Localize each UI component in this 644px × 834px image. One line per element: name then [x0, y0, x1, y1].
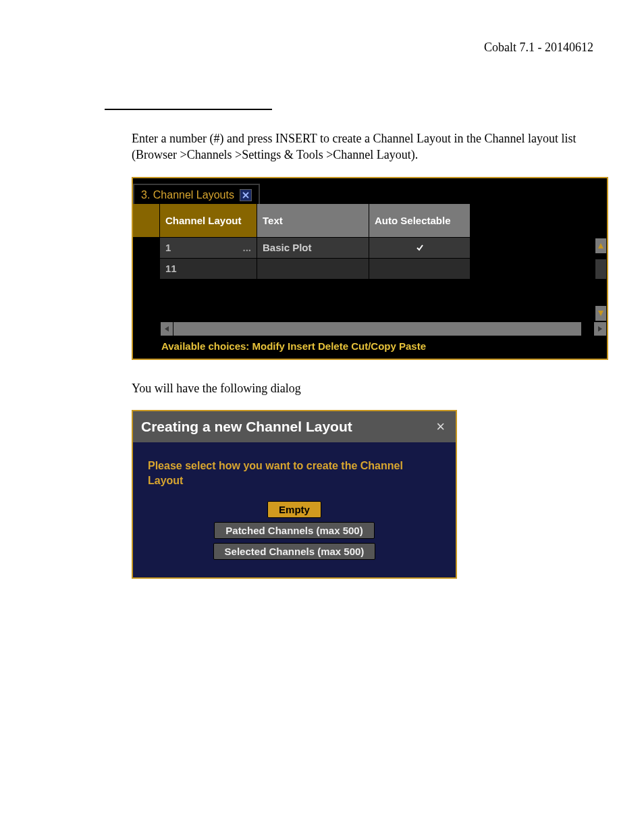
option-selected-channels-button[interactable]: Selected Channels (max 500)	[213, 543, 376, 560]
section-divider	[105, 109, 272, 110]
table-row-gutter	[133, 238, 160, 258]
table-header-scrollcol	[595, 204, 607, 238]
table-row-gutter	[133, 259, 160, 279]
close-icon[interactable]: ×	[433, 418, 448, 436]
dialog-titlebar: Creating a new Channel Layout ×	[133, 411, 456, 442]
scroll-right-button[interactable]	[593, 321, 607, 336]
ellipsis-icon[interactable]: ...	[242, 242, 251, 253]
table-cell-text[interactable]: Basic Plot	[257, 238, 369, 259]
table-cell-text[interactable]	[257, 259, 369, 280]
mid-paragraph: You will have the following dialog	[132, 380, 577, 396]
scroll-up-button[interactable]	[595, 238, 607, 254]
channel-layouts-table: Channel Layout Text Auto Selectable 1 ..…	[133, 204, 607, 321]
window-tabbar: 3. Channel Layouts	[133, 178, 607, 204]
dialog-options: Empty Patched Channels (max 500) Selecte…	[148, 501, 441, 560]
table-header-auto-selectable: Auto Selectable	[369, 204, 471, 238]
option-patched-channels-button[interactable]: Patched Channels (max 500)	[214, 522, 374, 539]
table-cell-id[interactable]: 1 ...	[160, 238, 257, 259]
channel-layouts-window: 3. Channel Layouts Channel Layout Text A…	[132, 177, 608, 360]
tab-channel-layouts[interactable]: 3. Channel Layouts	[133, 184, 260, 204]
table-header-spacer	[133, 204, 160, 238]
check-icon	[416, 244, 424, 252]
scroll-track[interactable]	[595, 259, 607, 280]
intro-paragraph: Enter a number (#) and press INSERT to c…	[132, 130, 577, 163]
table-empty	[257, 280, 369, 321]
table-empty	[133, 280, 160, 321]
table-cell-filler	[471, 259, 595, 279]
table-cell-auto-selectable[interactable]	[369, 238, 471, 259]
table-empty	[160, 280, 257, 321]
h-scroll-track[interactable]	[173, 321, 581, 336]
tab-label: 3. Channel Layouts	[141, 189, 234, 201]
table-cell-filler	[471, 238, 595, 258]
table-header-channel-layout: Channel Layout	[160, 204, 257, 238]
create-channel-layout-dialog: Creating a new Channel Layout × Please s…	[132, 410, 457, 579]
table-cell-id[interactable]: 11	[160, 259, 257, 280]
row-id-value: 1	[165, 242, 171, 253]
table-cell-auto-selectable[interactable]	[369, 259, 471, 280]
scroll-down-button[interactable]	[595, 305, 607, 321]
table-header-text: Text	[257, 204, 369, 238]
table-empty	[369, 280, 471, 321]
scroll-left-button[interactable]	[160, 321, 173, 336]
table-header-filler	[471, 204, 595, 238]
table-empty	[471, 280, 595, 321]
option-empty-button[interactable]: Empty	[267, 501, 321, 518]
dialog-prompt: Please select how you want to create the…	[148, 459, 441, 489]
close-icon[interactable]	[240, 189, 252, 201]
horizontal-scrollbar	[133, 321, 607, 336]
dialog-title: Creating a new Channel Layout	[141, 419, 352, 435]
available-choices-hint: Available choices: Modify Insert Delete …	[133, 336, 607, 359]
doc-header-version: Cobalt 7.1 - 20140612	[51, 41, 593, 55]
row-id-value: 11	[165, 263, 177, 274]
